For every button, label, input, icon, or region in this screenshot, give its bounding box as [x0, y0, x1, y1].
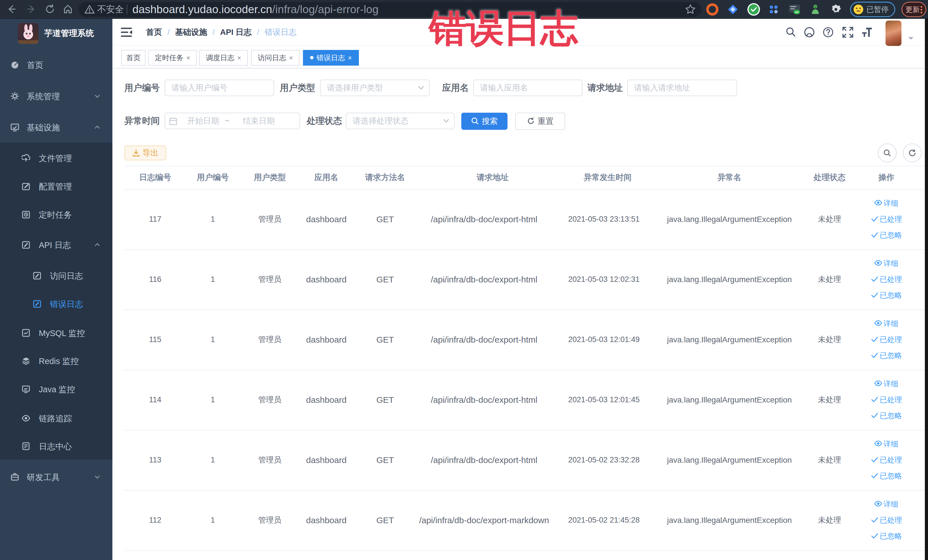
svg-text:on: on [795, 10, 799, 14]
